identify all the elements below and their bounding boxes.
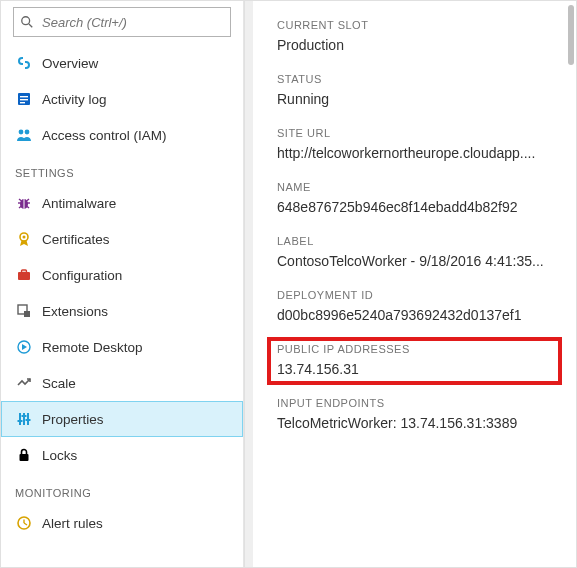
lock-icon xyxy=(16,447,32,463)
section-header: MONITORING xyxy=(1,473,243,505)
field-value: 13.74.156.31 xyxy=(277,361,556,377)
sidebar-item-overview[interactable]: Overview xyxy=(1,45,243,81)
field-input-endpoints: INPUT ENDPOINTSTelcoMetricWorker: 13.74.… xyxy=(277,397,556,431)
sidebar-item-label: Antimalware xyxy=(42,196,116,211)
rdp-icon xyxy=(16,339,32,355)
sidebar-item-label: Remote Desktop xyxy=(42,340,143,355)
field-label: SITE URL xyxy=(277,127,556,139)
field-value: ContosoTelcoWorker - 9/18/2016 4:41:35..… xyxy=(277,253,556,269)
scrollbar[interactable] xyxy=(568,5,574,65)
sidebar-item-label: Certificates xyxy=(42,232,110,247)
field-value: 648e876725b946ec8f14ebadd4b82f92 xyxy=(277,199,556,215)
sidebar-item-label: Activity log xyxy=(42,92,107,107)
field-value: Production xyxy=(277,37,556,53)
field-label: LABEL xyxy=(277,235,556,247)
sidebar-item-label: Scale xyxy=(42,376,76,391)
sidebar-item-antimalware[interactable]: Antimalware xyxy=(1,185,243,221)
sidebar-item-configuration[interactable]: Configuration xyxy=(1,257,243,293)
field-deployment-id: DEPLOYMENT IDd00bc8996e5240a793692432d01… xyxy=(277,289,556,323)
field-status: STATUSRunning xyxy=(277,73,556,107)
search-input[interactable] xyxy=(40,14,224,31)
sidebar-item-label: Access control (IAM) xyxy=(42,128,167,143)
sidebar-item-certificates[interactable]: Certificates xyxy=(1,221,243,257)
field-label: DEPLOYMENT ID xyxy=(277,289,556,301)
sidebar-item-remote-desktop[interactable]: Remote Desktop xyxy=(1,329,243,365)
alert-icon xyxy=(16,515,32,531)
field-value: Running xyxy=(277,91,556,107)
field-value: TelcoMetricWorker: 13.74.156.31:3389 xyxy=(277,415,556,431)
bug-icon xyxy=(16,195,32,211)
people-icon xyxy=(16,127,32,143)
field-label: LABELContosoTelcoWorker - 9/18/2016 4:41… xyxy=(277,235,556,269)
sidebar-item-locks[interactable]: Locks xyxy=(1,437,243,473)
field-site-url: SITE URLhttp://telcoworkernortheurope.cl… xyxy=(277,127,556,161)
sidebar-item-activity-log[interactable]: Activity log xyxy=(1,81,243,117)
sidebar-item-label: Configuration xyxy=(42,268,122,283)
search-box[interactable] xyxy=(13,7,231,37)
field-label: INPUT ENDPOINTS xyxy=(277,397,556,409)
field-label: STATUS xyxy=(277,73,556,85)
field-public-ip: PUBLIC IP ADDRESSES13.74.156.31 xyxy=(277,343,556,377)
link-icon xyxy=(16,55,32,71)
sidebar-item-scale[interactable]: Scale xyxy=(1,365,243,401)
detail-panel: CURRENT SLOTProductionSTATUSRunningSITE … xyxy=(253,1,576,567)
sidebar-item-extensions[interactable]: Extensions xyxy=(1,293,243,329)
field-value: d00bc8996e5240a793692432d0137ef1 xyxy=(277,307,556,323)
field-label: NAME xyxy=(277,181,556,193)
field-name: NAME648e876725b946ec8f14ebadd4b82f92 xyxy=(277,181,556,215)
field-label: PUBLIC IP ADDRESSES xyxy=(277,343,556,355)
properties-icon xyxy=(16,411,32,427)
extensions-icon xyxy=(16,303,32,319)
log-icon xyxy=(16,91,32,107)
panel-gutter xyxy=(244,1,253,567)
sidebar-item-label: Overview xyxy=(42,56,98,71)
certificate-icon xyxy=(16,231,32,247)
search-icon xyxy=(20,15,34,29)
sidebar-item-label: Extensions xyxy=(42,304,108,319)
sidebar-item-alert-rules[interactable]: Alert rules xyxy=(1,505,243,541)
sidebar-item-label: Properties xyxy=(42,412,104,427)
scale-icon xyxy=(16,375,32,391)
field-value: http://telcoworkernortheurope.cloudapp..… xyxy=(277,145,556,161)
sidebar-item-label: Locks xyxy=(42,448,77,463)
field-current-slot: CURRENT SLOTProduction xyxy=(277,19,556,53)
sidebar: OverviewActivity logAccess control (IAM)… xyxy=(1,1,244,567)
section-header: SETTINGS xyxy=(1,153,243,185)
sidebar-item-properties[interactable]: Properties xyxy=(1,401,243,437)
sidebar-item-access-control[interactable]: Access control (IAM) xyxy=(1,117,243,153)
field-label: CURRENT SLOT xyxy=(277,19,556,31)
sidebar-item-label: Alert rules xyxy=(42,516,103,531)
briefcase-icon xyxy=(16,267,32,283)
